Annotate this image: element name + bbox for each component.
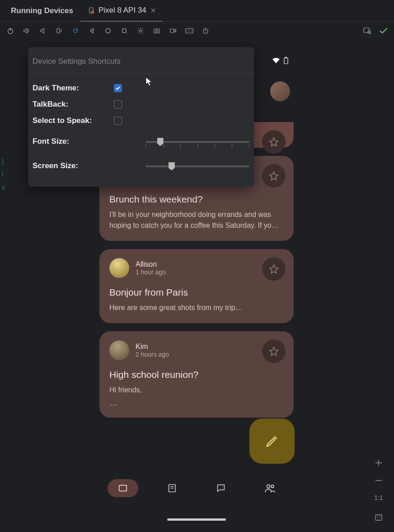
svg-point-5 [106, 28, 110, 33]
star-button[interactable] [262, 257, 286, 281]
setting-label: Screen Size: [33, 161, 102, 170]
keyboard-icon[interactable] [184, 26, 194, 36]
tab-label: Pixel 8 API 34 [98, 6, 146, 15]
setting-screen-size: Screen Size: [32, 158, 250, 174]
screen-size-slider[interactable] [145, 165, 249, 167]
send-time: 2 hours ago [136, 351, 169, 358]
profile-avatar[interactable] [270, 81, 290, 101]
home-indicator[interactable] [167, 518, 226, 521]
record-icon[interactable] [168, 26, 178, 36]
screenshot-icon[interactable] [152, 26, 162, 36]
bottom-nav [98, 475, 295, 502]
sender-name: Kim [136, 343, 169, 351]
hint-char: l [2, 171, 5, 178]
setting-label: Dark Theme: [33, 84, 105, 93]
email-preview: Hi friends, [109, 385, 284, 395]
tab-bar: Running Devices Pixel 8 API 34 [0, 0, 394, 22]
body-ellipsis: … [109, 398, 284, 408]
star-button[interactable] [262, 339, 286, 363]
svg-rect-10 [170, 29, 174, 33]
zoom-in-icon[interactable] [375, 459, 383, 467]
svg-rect-11 [186, 28, 193, 33]
scale-label[interactable]: 1:1 [374, 494, 383, 501]
zoom-out-icon[interactable] [375, 480, 383, 481]
email-card[interactable]: Kim 2 hours ago High school reunion? Hi … [99, 331, 294, 418]
popover-title: Device Settings Shortcuts [32, 55, 250, 73]
svg-point-9 [156, 30, 158, 32]
sender-name: Allison [136, 260, 166, 268]
svg-rect-20 [119, 485, 127, 491]
setting-font-size: Font Size: [32, 133, 250, 150]
nav-chat[interactable] [206, 479, 236, 497]
svg-rect-15 [364, 28, 369, 33]
tab-running-devices[interactable]: Running Devices [4, 0, 80, 22]
star-button[interactable] [262, 164, 286, 188]
hint-char: s [2, 184, 5, 191]
fit-screen-icon[interactable] [375, 514, 383, 521]
rotate-right-icon[interactable] [70, 26, 80, 36]
setting-label: Font Size: [33, 137, 102, 146]
volume-up-icon[interactable] [22, 26, 32, 36]
svg-point-25 [271, 485, 274, 488]
nav-articles[interactable] [157, 479, 188, 497]
left-edge-hints: ] l s [2, 158, 5, 191]
star-button[interactable] [262, 130, 286, 154]
font-size-slider[interactable] [145, 141, 249, 143]
settings-gear-icon[interactable] [136, 26, 145, 36]
device-icon [88, 7, 95, 14]
tab-pixel-device[interactable]: Pixel 8 API 34 [80, 0, 163, 22]
wifi-icon [272, 57, 280, 64]
svg-rect-29 [375, 515, 382, 520]
email-card[interactable]: Allison 1 hour ago Bonjour from Paris He… [99, 249, 294, 323]
back-icon[interactable] [87, 26, 97, 36]
send-time: 1 hour ago [136, 268, 166, 276]
slider-thumb[interactable] [169, 162, 175, 170]
svg-rect-18 [284, 58, 288, 64]
svg-point-7 [140, 30, 141, 32]
volume-down-icon[interactable] [38, 26, 48, 36]
device-toolbar [0, 22, 394, 40]
close-icon[interactable] [151, 8, 155, 13]
right-gutter: 1:1 [370, 0, 388, 532]
select-to-speak-checkbox[interactable] [114, 117, 122, 125]
svg-rect-4 [57, 28, 60, 33]
email-preview: I'll be in your neighborhood doing erran… [109, 209, 284, 231]
setting-label: TalkBack: [33, 100, 105, 109]
tab-label: Running Devices [11, 6, 73, 15]
sender-avatar [109, 258, 129, 278]
email-subject: High school reunion? [109, 369, 284, 380]
setting-label: Select to Speak: [33, 116, 105, 125]
setting-dark-theme: Dark Theme: [32, 80, 250, 96]
stopwatch-icon[interactable] [201, 26, 211, 36]
divider [28, 73, 254, 74]
svg-rect-8 [154, 29, 159, 33]
sender-avatar [109, 340, 129, 360]
compose-fab[interactable] [249, 419, 295, 464]
overview-icon[interactable] [119, 26, 129, 36]
status-bar [272, 57, 288, 64]
nav-people[interactable] [255, 479, 286, 497]
nav-inbox[interactable] [108, 479, 138, 497]
svg-rect-19 [285, 57, 287, 58]
svg-rect-6 [122, 29, 126, 33]
home-icon[interactable] [103, 26, 113, 36]
email-preview: Here are some great shots from my trip..… [109, 302, 284, 313]
talkback-checkbox[interactable] [114, 100, 122, 108]
mouse-cursor-icon [145, 77, 154, 87]
svg-point-24 [267, 485, 270, 488]
svg-point-1 [91, 11, 94, 14]
power-icon[interactable] [5, 26, 15, 36]
setting-talkback: TalkBack: [32, 96, 250, 113]
battery-icon [284, 57, 288, 64]
dark-theme-checkbox[interactable] [114, 84, 122, 92]
device-settings-popover: Device Settings Shortcuts Dark Theme: Ta… [28, 47, 254, 187]
email-subject: Bonjour from Paris [109, 287, 284, 298]
hint-char: ] [2, 158, 5, 165]
rotate-left-icon[interactable] [54, 26, 64, 36]
email-subject: Brunch this weekend? [109, 194, 284, 205]
setting-select-to-speak: Select to Speak: [32, 113, 250, 129]
